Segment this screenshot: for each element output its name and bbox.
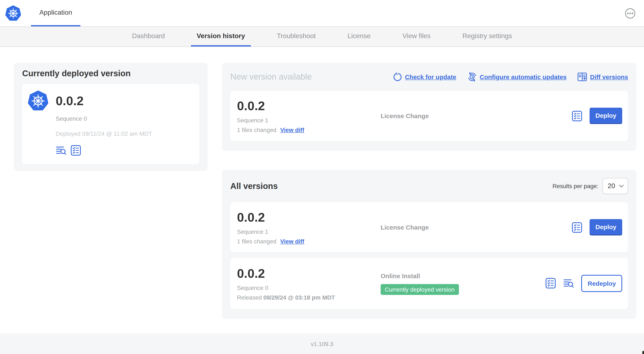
chevron-down-icon: [619, 184, 624, 188]
new-version-title: New version available: [230, 71, 312, 83]
deployed-timestamp: Deployed 09/11/24 @ 11:02 am MDT: [56, 130, 152, 137]
diff-versions-label: Diff versions: [590, 73, 628, 81]
preflight-checks-icon[interactable]: [572, 222, 582, 233]
diff-icon: [578, 72, 587, 82]
check-for-update-link[interactable]: Check for update: [393, 72, 456, 82]
files-changed-text: 1 files changed: [237, 238, 276, 245]
app-nav-tab-application[interactable]: Application: [31, 0, 80, 26]
version-history-content: Currently deployed version: [0, 47, 644, 319]
version-sequence: Sequence 1: [237, 228, 380, 235]
currently-deployed-badge: Currently deployed version: [380, 284, 459, 295]
version-source: License Change: [380, 223, 572, 231]
deploy-logs-icon[interactable]: [564, 278, 574, 289]
configure-automatic-updates-label: Configure automatic updates: [480, 73, 566, 81]
version-sequence: Sequence 0: [237, 284, 380, 291]
console-footer: v1.109.3: [0, 333, 644, 354]
deploy-button[interactable]: Deploy: [590, 108, 622, 124]
top-header: Application: [0, 0, 644, 27]
results-per-page-select[interactable]: 20: [602, 178, 628, 194]
currently-deployed-card: Currently deployed version: [14, 63, 208, 171]
results-per-page-label: Results per page:: [552, 183, 598, 189]
preflight-checks-icon[interactable]: [546, 278, 556, 289]
refresh-icon: [393, 72, 402, 82]
files-changed-text: 1 files changed: [237, 127, 276, 133]
tab-troubleshoot[interactable]: Troubleshoot: [271, 27, 322, 47]
preflight-checks-icon[interactable]: [572, 110, 582, 121]
deployed-version-card: 0.0.2 Sequence 0 Deployed 09/11/24 @ 11:…: [22, 84, 199, 164]
app-subnav: Dashboard Version history Troubleshoot L…: [0, 27, 644, 47]
version-number: 0.0.2: [237, 209, 380, 225]
deployed-sequence: Sequence 0: [56, 115, 152, 122]
overflow-menu-button[interactable]: [625, 8, 636, 19]
version-source: Online Install: [380, 272, 546, 280]
version-source: License Change: [380, 112, 572, 120]
version-row: 0.0.2 Sequence 0 Released 08/29/24 @ 03:…: [230, 258, 628, 309]
check-for-update-label: Check for update: [405, 73, 456, 81]
ellipsis-menu-icon: [625, 8, 636, 19]
released-prefix: Released: [237, 294, 262, 300]
deploy-button[interactable]: Deploy: [590, 219, 622, 235]
version-sequence: Sequence 1: [237, 117, 380, 124]
kubernetes-logo-icon: [6, 5, 21, 22]
deployed-version-number: 0.0.2: [56, 91, 152, 111]
released-timestamp: 08/29/24 @ 03:18 pm MDT: [264, 294, 335, 300]
all-versions-title: All versions: [230, 180, 278, 192]
deploy-logs-icon[interactable]: [56, 145, 66, 156]
kubernetes-app-icon: [28, 91, 48, 111]
app-nav-tab-label: Application: [39, 9, 72, 16]
screen-corner-artifact: [642, 351, 644, 354]
results-per-page-value: 20: [608, 182, 615, 190]
view-diff-link[interactable]: View diff: [280, 127, 304, 133]
preflight-checks-icon[interactable]: [70, 145, 81, 156]
version-number: 0.0.2: [237, 98, 380, 114]
admin-console-page: Application Dashboard Version history Tr…: [0, 0, 644, 354]
configure-automatic-updates-link[interactable]: Configure automatic updates: [467, 72, 566, 82]
version-number: 0.0.2: [237, 265, 380, 281]
tab-version-history[interactable]: Version history: [191, 27, 251, 47]
scheduled-update-icon: [467, 72, 477, 82]
redeploy-button[interactable]: Redeploy: [582, 275, 622, 292]
new-version-section: New version available Check for update: [222, 63, 636, 151]
tab-license[interactable]: License: [342, 27, 376, 47]
current-version-column: Currently deployed version: [14, 63, 208, 319]
version-row: 0.0.2 Sequence 1 1 files changedView dif…: [230, 202, 628, 252]
tab-registry-settings[interactable]: Registry settings: [456, 27, 518, 47]
tab-dashboard[interactable]: Dashboard: [126, 27, 171, 47]
new-version-card: 0.0.2 Sequence 1 1 files changedView dif…: [230, 91, 628, 141]
all-versions-section: All versions Results per page: 20: [222, 170, 636, 319]
view-diff-link[interactable]: View diff: [280, 238, 304, 245]
currently-deployed-title: Currently deployed version: [22, 68, 199, 79]
diff-versions-link[interactable]: Diff versions: [578, 72, 628, 82]
console-version: v1.109.3: [311, 340, 333, 347]
tab-view-files[interactable]: View files: [396, 27, 436, 47]
versions-column: New version available Check for update: [222, 63, 636, 319]
